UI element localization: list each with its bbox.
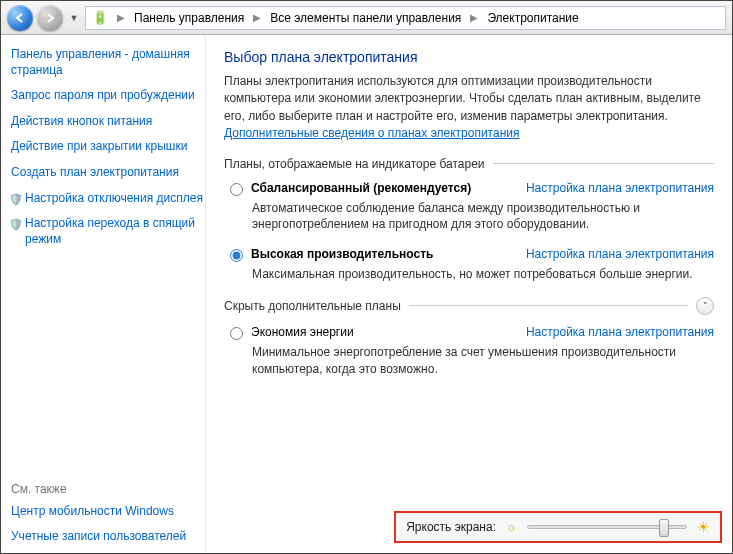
breadcrumb-item[interactable]: Все элементы панели управления: [270, 11, 461, 25]
see-also-user-accounts[interactable]: Учетные записи пользователей: [11, 529, 205, 545]
plan-description: Минимальное энергопотребление за счет ум…: [252, 344, 712, 378]
plan-description: Максимальная производительность, но може…: [252, 266, 712, 283]
divider: [409, 305, 688, 306]
power-icon: 🔋: [92, 10, 108, 25]
plan-settings-link[interactable]: Настройка плана электропитания: [526, 247, 714, 261]
section-battery-plans: Планы, отображаемые на индикаторе батаре…: [224, 157, 714, 171]
plan-title: Экономия энергии: [251, 325, 354, 339]
slider-thumb[interactable]: [659, 519, 669, 537]
sun-large-icon: ☀: [697, 519, 710, 535]
intro-link[interactable]: Дополнительные сведения о планах электро…: [224, 126, 519, 140]
main-content: Выбор плана электропитания Планы электро…: [206, 35, 732, 553]
section-additional-plans[interactable]: Скрыть дополнительные планы ˄: [224, 297, 714, 315]
plan-high-performance: Высокая производительность Настройка пла…: [230, 247, 714, 283]
collapse-button[interactable]: ˄: [696, 297, 714, 315]
sidebar-link-password[interactable]: Запрос пароля при пробуждении: [11, 88, 205, 104]
chevron-right-icon: ▶: [467, 12, 481, 23]
breadcrumb[interactable]: 🔋 ▶ Панель управления ▶ Все элементы пан…: [85, 6, 726, 30]
sidebar-link-display-off[interactable]: 🛡️ Настройка отключения дисплея: [11, 191, 205, 207]
plan-title: Высокая производительность: [251, 247, 433, 261]
plan-radio-high-perf[interactable]: [230, 249, 243, 262]
brightness-label: Яркость экрана:: [406, 520, 496, 534]
intro-body: Планы электропитания используются для оп…: [224, 74, 701, 123]
sidebar: Панель управления - домашняя страница За…: [1, 35, 206, 553]
address-bar: ▼ 🔋 ▶ Панель управления ▶ Все элементы п…: [1, 1, 732, 35]
sidebar-link-label: Настройка отключения дисплея: [25, 191, 203, 205]
sun-small-icon: ☼: [506, 520, 517, 534]
chevron-right-icon: ▶: [250, 12, 264, 23]
shield-icon: 🛡️: [9, 192, 23, 206]
section-label: Скрыть дополнительные планы: [224, 299, 401, 313]
shield-icon: 🛡️: [9, 217, 23, 231]
plan-power-saver: Экономия энергии Настройка плана электро…: [230, 325, 714, 378]
forward-button[interactable]: [37, 5, 63, 31]
plan-settings-link[interactable]: Настройка плана электропитания: [526, 181, 714, 195]
sidebar-link-home[interactable]: Панель управления - домашняя страница: [11, 47, 205, 78]
plan-title: Сбалансированный (рекомендуется): [251, 181, 471, 195]
brightness-slider[interactable]: [527, 525, 687, 529]
sidebar-link-create-plan[interactable]: Создать план электропитания: [11, 165, 205, 181]
plan-settings-link[interactable]: Настройка плана электропитания: [526, 325, 714, 339]
page-title: Выбор плана электропитания: [224, 49, 714, 65]
sidebar-link-label: Настройка перехода в спящий режим: [25, 216, 195, 246]
intro-text: Планы электропитания используются для оп…: [224, 73, 714, 143]
breadcrumb-item[interactable]: Панель управления: [134, 11, 244, 25]
plan-radio-power-saver[interactable]: [230, 327, 243, 340]
sidebar-link-lid-close[interactable]: Действие при закрытии крышки: [11, 139, 205, 155]
plan-balanced: Сбалансированный (рекомендуется) Настрой…: [230, 181, 714, 234]
sidebar-link-power-buttons[interactable]: Действия кнопок питания: [11, 114, 205, 130]
sidebar-link-sleep[interactable]: 🛡️ Настройка перехода в спящий режим: [11, 216, 205, 247]
see-also-heading: См. также: [11, 482, 205, 496]
plan-radio-balanced[interactable]: [230, 183, 243, 196]
plan-description: Автоматическое соблюдение баланса между …: [252, 200, 712, 234]
see-also-mobility[interactable]: Центр мобильности Windows: [11, 504, 205, 520]
chevron-up-icon: ˄: [703, 301, 708, 311]
section-label: Планы, отображаемые на индикаторе батаре…: [224, 157, 485, 171]
divider: [493, 163, 714, 164]
chevron-right-icon: ▶: [114, 12, 128, 23]
breadcrumb-item[interactable]: Электропитание: [487, 11, 578, 25]
back-button[interactable]: [7, 5, 33, 31]
nav-history-dropdown[interactable]: ▼: [67, 8, 81, 28]
brightness-bar: Яркость экрана: ☼ ☀: [394, 511, 722, 543]
